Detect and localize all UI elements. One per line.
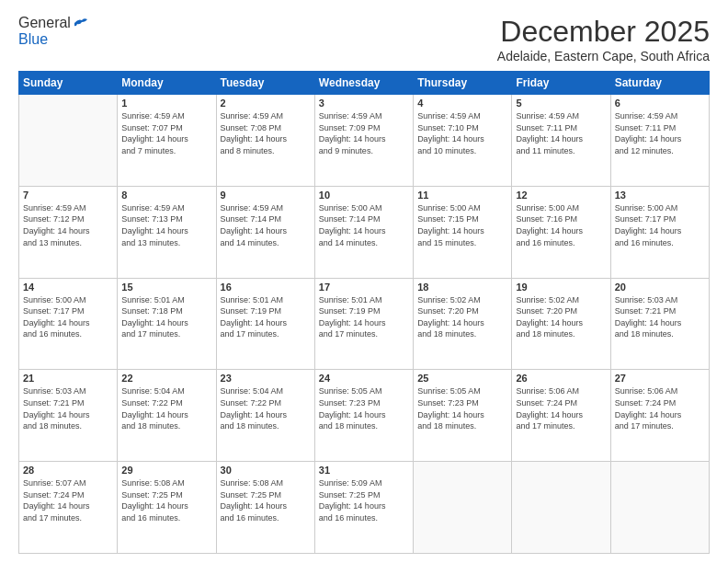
- day-info: Sunrise: 5:02 AM Sunset: 7:20 PM Dayligh…: [417, 294, 507, 340]
- col-wednesday: Wednesday: [314, 72, 413, 95]
- table-row: 8Sunrise: 4:59 AM Sunset: 7:13 PM Daylig…: [118, 186, 216, 278]
- col-tuesday: Tuesday: [216, 72, 314, 95]
- logo: General Blue: [18, 15, 89, 48]
- day-number: 4: [417, 98, 507, 109]
- logo-general-text: General: [18, 15, 71, 31]
- day-number: 29: [121, 465, 211, 476]
- day-info: Sunrise: 5:06 AM Sunset: 7:24 PM Dayligh…: [615, 385, 705, 431]
- day-number: 16: [221, 282, 311, 293]
- table-row: 10Sunrise: 5:00 AM Sunset: 7:14 PM Dayli…: [314, 186, 413, 278]
- day-number: 25: [417, 373, 507, 384]
- location-text: Adelaide, Eastern Cape, South Africa: [497, 49, 710, 63]
- calendar-week-row: 7Sunrise: 4:59 AM Sunset: 7:12 PM Daylig…: [19, 186, 710, 278]
- day-info: Sunrise: 5:08 AM Sunset: 7:25 PM Dayligh…: [121, 477, 211, 523]
- day-info: Sunrise: 5:00 AM Sunset: 7:17 PM Dayligh…: [23, 294, 113, 340]
- table-row: [19, 95, 118, 187]
- day-info: Sunrise: 4:59 AM Sunset: 7:09 PM Dayligh…: [319, 110, 409, 156]
- table-row: 28Sunrise: 5:07 AM Sunset: 7:24 PM Dayli…: [19, 462, 118, 554]
- day-number: 12: [516, 190, 606, 201]
- day-number: 6: [615, 98, 705, 109]
- day-info: Sunrise: 5:08 AM Sunset: 7:25 PM Dayligh…: [221, 477, 311, 523]
- day-number: 17: [319, 282, 409, 293]
- table-row: 14Sunrise: 5:00 AM Sunset: 7:17 PM Dayli…: [19, 278, 118, 370]
- day-info: Sunrise: 5:06 AM Sunset: 7:24 PM Dayligh…: [516, 385, 606, 431]
- day-number: 24: [319, 373, 409, 384]
- day-info: Sunrise: 5:00 AM Sunset: 7:14 PM Dayligh…: [319, 202, 409, 248]
- day-number: 20: [615, 282, 705, 293]
- table-row: 20Sunrise: 5:03 AM Sunset: 7:21 PM Dayli…: [610, 278, 709, 370]
- day-info: Sunrise: 5:01 AM Sunset: 7:19 PM Dayligh…: [319, 294, 409, 340]
- table-row: 22Sunrise: 5:04 AM Sunset: 7:22 PM Dayli…: [118, 370, 216, 462]
- table-row: [512, 462, 610, 554]
- table-row: 1Sunrise: 4:59 AM Sunset: 7:07 PM Daylig…: [118, 95, 216, 187]
- day-info: Sunrise: 5:01 AM Sunset: 7:19 PM Dayligh…: [221, 294, 311, 340]
- table-row: 31Sunrise: 5:09 AM Sunset: 7:25 PM Dayli…: [314, 462, 413, 554]
- table-row: 5Sunrise: 4:59 AM Sunset: 7:11 PM Daylig…: [512, 95, 610, 187]
- table-row: 25Sunrise: 5:05 AM Sunset: 7:23 PM Dayli…: [414, 370, 512, 462]
- day-number: 8: [121, 190, 211, 201]
- day-info: Sunrise: 5:07 AM Sunset: 7:24 PM Dayligh…: [23, 477, 113, 523]
- table-row: 7Sunrise: 4:59 AM Sunset: 7:12 PM Daylig…: [19, 186, 118, 278]
- table-row: 12Sunrise: 5:00 AM Sunset: 7:16 PM Dayli…: [512, 186, 610, 278]
- col-friday: Friday: [512, 72, 610, 95]
- table-row: [610, 462, 709, 554]
- day-number: 27: [615, 373, 705, 384]
- day-info: Sunrise: 5:05 AM Sunset: 7:23 PM Dayligh…: [417, 385, 507, 431]
- day-number: 21: [23, 373, 113, 384]
- header: General Blue December 2025 Adelaide, Eas…: [18, 15, 710, 63]
- table-row: 26Sunrise: 5:06 AM Sunset: 7:24 PM Dayli…: [512, 370, 610, 462]
- day-info: Sunrise: 5:05 AM Sunset: 7:23 PM Dayligh…: [319, 385, 409, 431]
- day-info: Sunrise: 5:09 AM Sunset: 7:25 PM Dayligh…: [319, 477, 409, 523]
- day-number: 26: [516, 373, 606, 384]
- day-info: Sunrise: 5:03 AM Sunset: 7:21 PM Dayligh…: [23, 385, 113, 431]
- table-row: 17Sunrise: 5:01 AM Sunset: 7:19 PM Dayli…: [314, 278, 413, 370]
- day-info: Sunrise: 5:00 AM Sunset: 7:15 PM Dayligh…: [417, 202, 507, 248]
- day-info: Sunrise: 5:01 AM Sunset: 7:18 PM Dayligh…: [121, 294, 211, 340]
- table-row: 16Sunrise: 5:01 AM Sunset: 7:19 PM Dayli…: [216, 278, 314, 370]
- month-title: December 2025: [497, 15, 710, 49]
- calendar-table: Sunday Monday Tuesday Wednesday Thursday…: [18, 71, 710, 554]
- day-number: 14: [23, 282, 113, 293]
- logo-bird-icon: [73, 17, 89, 29]
- day-number: 5: [516, 98, 606, 109]
- col-saturday: Saturday: [610, 72, 709, 95]
- day-info: Sunrise: 5:00 AM Sunset: 7:17 PM Dayligh…: [615, 202, 705, 248]
- day-info: Sunrise: 4:59 AM Sunset: 7:12 PM Dayligh…: [23, 202, 113, 248]
- day-number: 3: [319, 98, 409, 109]
- day-info: Sunrise: 4:59 AM Sunset: 7:10 PM Dayligh…: [417, 110, 507, 156]
- day-number: 31: [319, 465, 409, 476]
- calendar-week-row: 1Sunrise: 4:59 AM Sunset: 7:07 PM Daylig…: [19, 95, 710, 187]
- calendar-week-row: 21Sunrise: 5:03 AM Sunset: 7:21 PM Dayli…: [19, 370, 710, 462]
- day-info: Sunrise: 4:59 AM Sunset: 7:11 PM Dayligh…: [615, 110, 705, 156]
- table-row: [414, 462, 512, 554]
- table-row: 2Sunrise: 4:59 AM Sunset: 7:08 PM Daylig…: [216, 95, 314, 187]
- day-number: 7: [23, 190, 113, 201]
- table-row: 24Sunrise: 5:05 AM Sunset: 7:23 PM Dayli…: [314, 370, 413, 462]
- day-number: 10: [319, 190, 409, 201]
- table-row: 23Sunrise: 5:04 AM Sunset: 7:22 PM Dayli…: [216, 370, 314, 462]
- table-row: 21Sunrise: 5:03 AM Sunset: 7:21 PM Dayli…: [19, 370, 118, 462]
- table-row: 15Sunrise: 5:01 AM Sunset: 7:18 PM Dayli…: [118, 278, 216, 370]
- table-row: 6Sunrise: 4:59 AM Sunset: 7:11 PM Daylig…: [610, 95, 709, 187]
- day-number: 28: [23, 465, 113, 476]
- day-info: Sunrise: 4:59 AM Sunset: 7:07 PM Dayligh…: [121, 110, 211, 156]
- day-info: Sunrise: 4:59 AM Sunset: 7:11 PM Dayligh…: [516, 110, 606, 156]
- col-sunday: Sunday: [19, 72, 118, 95]
- day-number: 2: [221, 98, 311, 109]
- day-info: Sunrise: 5:02 AM Sunset: 7:20 PM Dayligh…: [516, 294, 606, 340]
- day-info: Sunrise: 5:04 AM Sunset: 7:22 PM Dayligh…: [121, 385, 211, 431]
- day-number: 18: [417, 282, 507, 293]
- calendar-week-row: 28Sunrise: 5:07 AM Sunset: 7:24 PM Dayli…: [19, 462, 710, 554]
- table-row: 29Sunrise: 5:08 AM Sunset: 7:25 PM Dayli…: [118, 462, 216, 554]
- day-info: Sunrise: 5:03 AM Sunset: 7:21 PM Dayligh…: [615, 294, 705, 340]
- day-number: 19: [516, 282, 606, 293]
- table-row: 11Sunrise: 5:00 AM Sunset: 7:15 PM Dayli…: [414, 186, 512, 278]
- day-number: 13: [615, 190, 705, 201]
- table-row: 13Sunrise: 5:00 AM Sunset: 7:17 PM Dayli…: [610, 186, 709, 278]
- day-number: 23: [221, 373, 311, 384]
- col-thursday: Thursday: [414, 72, 512, 95]
- logo-blue-text: Blue: [18, 31, 48, 47]
- table-row: 4Sunrise: 4:59 AM Sunset: 7:10 PM Daylig…: [414, 95, 512, 187]
- day-number: 15: [121, 282, 211, 293]
- day-info: Sunrise: 4:59 AM Sunset: 7:08 PM Dayligh…: [221, 110, 311, 156]
